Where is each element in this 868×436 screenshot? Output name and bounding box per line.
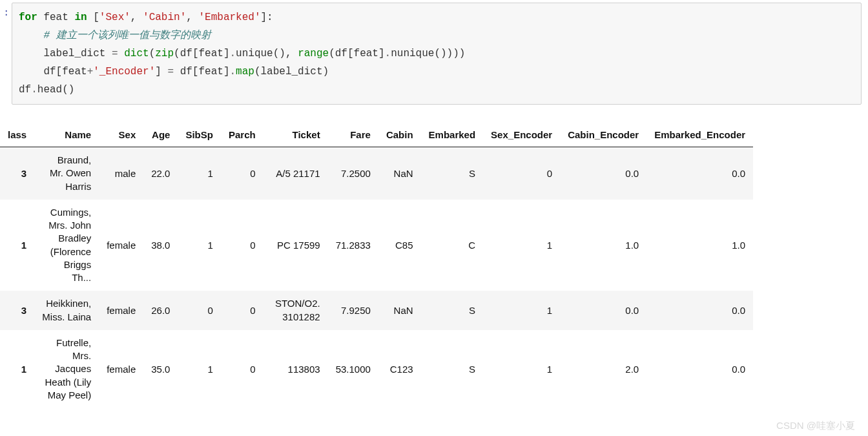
col-name: Name	[34, 123, 99, 147]
col-sex-encoder: Sex_Encoder	[483, 123, 560, 147]
cell-fare: 7.9250	[328, 291, 378, 330]
cell-cabin: C85	[378, 200, 421, 291]
cell-embarked: S	[421, 330, 484, 408]
col-cabin: Cabin	[378, 123, 421, 147]
table-row: 1 Futrelle, Mrs. Jacques Heath (Lily May…	[0, 330, 753, 408]
cell-lass: 3	[0, 147, 34, 200]
cell-name: Cumings, Mrs. John Bradley (Florence Bri…	[34, 200, 99, 291]
code-indent	[19, 30, 43, 41]
cell-lass: 1	[0, 200, 34, 291]
cell-cabin-encoder: 0.0	[560, 291, 646, 330]
cell-sibsp: 1	[178, 147, 221, 200]
cell-age: 26.0	[143, 291, 178, 330]
cell-parch: 0	[221, 330, 264, 408]
cell-cabin: NaN	[378, 291, 421, 330]
code-indent	[19, 66, 43, 78]
builtin-zip: zip	[155, 48, 174, 59]
cell-fare: 7.2500	[328, 147, 378, 200]
cell-embarked: S	[421, 147, 484, 200]
cell-cabin: C123	[378, 330, 421, 408]
op-plus: +	[87, 66, 94, 78]
cell-embarked-encoder: 0.0	[646, 291, 753, 330]
code-text: df[feat]	[174, 66, 229, 78]
col-sibsp: SibSp	[178, 123, 221, 147]
code-text: (	[149, 48, 156, 59]
op-dot: .	[230, 48, 236, 59]
col-cabin-encoder: Cabin_Encoder	[560, 123, 646, 147]
op-dot: .	[385, 48, 391, 59]
cell-parch: 0	[221, 200, 264, 291]
cell-lass: 1	[0, 330, 34, 408]
cell-sex-encoder: 1	[483, 330, 560, 408]
cell-sex-encoder: 1	[483, 200, 560, 291]
input-cell: : for feat in ['Sex', 'Cabin', 'Embarked…	[0, 0, 868, 105]
cell-embarked-encoder: 0.0	[646, 330, 753, 408]
code-text: (df[feat]	[174, 48, 229, 59]
col-parch: Parch	[221, 123, 264, 147]
cell-embarked: S	[421, 291, 484, 330]
cell-age: 22.0	[143, 147, 178, 200]
op-dot: .	[229, 66, 236, 78]
cell-embarked-encoder: 1.0	[646, 200, 753, 291]
col-embarked-encoder: Embarked_Encoder	[646, 123, 753, 147]
cell-cabin-encoder: 2.0	[560, 330, 646, 408]
str-cabin: 'Cabin'	[143, 12, 186, 23]
cell-fare: 53.1000	[328, 330, 378, 408]
op-dot: .	[31, 84, 37, 96]
cell-sibsp: 1	[178, 200, 221, 291]
code-text: (df[feat]	[329, 48, 384, 59]
cell-age: 35.0	[143, 330, 178, 408]
cell-name: Futrelle, Mrs. Jacques Heath (Lily May P…	[34, 330, 99, 408]
output-area: lass Name Sex Age SibSp Parch Ticket Far…	[0, 123, 868, 408]
cell-parch: 0	[221, 147, 264, 200]
kw-for: for	[19, 12, 37, 23]
code-text: ,	[130, 12, 143, 23]
cell-sex: female	[99, 200, 143, 291]
col-age: Age	[143, 123, 178, 147]
cell-ticket: 113803	[264, 330, 328, 408]
kw-in: in	[74, 12, 87, 23]
cell-ticket: PC 17599	[264, 200, 328, 291]
col-embarked: Embarked	[421, 123, 484, 147]
code-text: ]	[155, 66, 167, 78]
code-text: [	[87, 12, 99, 23]
code-text: nunique())))	[391, 48, 465, 59]
prompt-label: :	[0, 3, 12, 18]
cell-ticket: STON/O2. 3101282	[264, 291, 328, 330]
col-lass: lass	[0, 123, 34, 147]
code-text: feat	[37, 12, 75, 23]
code-text: head	[37, 84, 62, 96]
cell-sex: female	[99, 330, 143, 408]
code-text: ,	[186, 12, 198, 23]
code-text: df	[19, 84, 31, 96]
code-text: unique(),	[236, 48, 298, 59]
cell-sibsp: 1	[178, 330, 221, 408]
str-sex: 'Sex'	[99, 12, 130, 23]
code-text: label_dict	[43, 48, 112, 59]
cell-sibsp: 0	[178, 291, 221, 330]
code-text: (label_dict)	[254, 66, 329, 78]
table-header-row: lass Name Sex Age SibSp Parch Ticket Far…	[0, 123, 753, 147]
col-fare: Fare	[328, 123, 378, 147]
str-embarked: 'Embarked'	[198, 12, 260, 23]
cell-fare: 71.2833	[328, 200, 378, 291]
table-row: 1 Cumings, Mrs. John Bradley (Florence B…	[0, 200, 753, 291]
cell-cabin-encoder: 1.0	[560, 200, 646, 291]
cell-age: 38.0	[143, 200, 178, 291]
cell-name: Heikkinen, Miss. Laina	[34, 291, 99, 330]
watermark: CSDN @哇塞小夏	[776, 420, 855, 432]
code-text: df[feat	[43, 66, 87, 78]
col-ticket: Ticket	[264, 123, 328, 147]
comment: # 建立一个该列唯一值与数字的映射	[43, 30, 211, 41]
code-text: ()	[62, 84, 74, 96]
col-sex: Sex	[99, 123, 143, 147]
table-row: 3 Heikkinen, Miss. Laina female 26.0 0 0…	[0, 291, 753, 330]
cell-embarked-encoder: 0.0	[646, 147, 753, 200]
code-cell[interactable]: for feat in ['Sex', 'Cabin', 'Embarked']…	[12, 3, 862, 105]
cell-ticket: A/5 21171	[264, 147, 328, 200]
cell-sex: male	[99, 147, 143, 200]
builtin-dict: dict	[124, 48, 149, 59]
cell-name: Braund, Mr. Owen Harris	[34, 147, 99, 200]
code-text: ]:	[260, 12, 273, 23]
builtin-map: map	[236, 66, 254, 78]
